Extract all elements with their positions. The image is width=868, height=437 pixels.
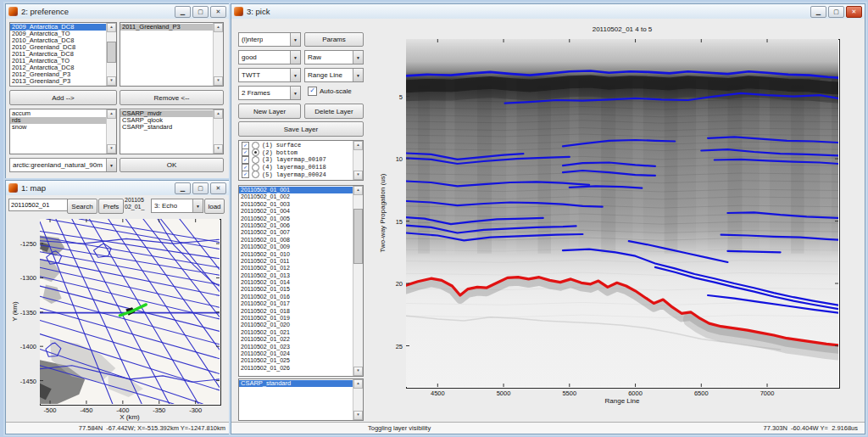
map-status-bar: 77.584N -67.442W; X=-515.392km Y=-1247.8… xyxy=(6,422,229,434)
map-window: 1: map ▁ ▢ ✕ Search Prefs 201105 02_01_ … xyxy=(5,180,230,434)
y-tick-label: 10 xyxy=(377,155,403,163)
list-item[interactable]: accum xyxy=(10,110,107,117)
pick-status-bar: Toggling layer visibility 77.303N -60.40… xyxy=(231,422,865,434)
y-tick-label: 20 xyxy=(377,280,403,288)
echogram-plot-area: 20110502_01 4 to 5 xyxy=(231,19,865,423)
scroll-up-icon[interactable]: ▲ xyxy=(214,109,223,119)
y-tick-label: 25 xyxy=(377,343,403,350)
scrollbar[interactable]: ▲▼ xyxy=(106,23,116,86)
scroll-down-icon[interactable]: ▼ xyxy=(214,144,223,154)
preference-window: 2: preference ▁ ▢ ✕ 2009_Antarctica_DC82… xyxy=(5,3,230,181)
x-tick-label: -450 xyxy=(74,406,99,414)
source-listbox[interactable]: accumrdssnow ▲▼ xyxy=(9,109,117,154)
close-button[interactable]: ✕ xyxy=(210,182,226,194)
pick-titlebar[interactable]: 3: pick ▁ ▢ ✕ xyxy=(231,4,865,20)
preference-window-title: 2: preference xyxy=(21,7,69,16)
echogram-ylabel: Two-way Propagation (us) xyxy=(379,174,387,253)
y-tick-label: 5 xyxy=(377,93,403,101)
list-item[interactable]: 2013_Greenland_P3 xyxy=(10,78,107,85)
remove-button[interactable]: Remove <-- xyxy=(120,90,224,105)
x-tick-label: -350 xyxy=(147,406,172,414)
list-item[interactable]: 2011_Greenland_P3 xyxy=(120,24,214,31)
maximize-button[interactable]: ▢ xyxy=(828,6,844,18)
list-item[interactable]: CSARP_standard xyxy=(120,124,214,131)
basemap-dropdown[interactable]: arctic:greenland_natural_90m ▼ xyxy=(9,158,117,172)
maximize-button[interactable]: ▢ xyxy=(192,182,209,194)
x-tick-label: 5500 xyxy=(557,389,582,397)
map-xlabel: X (km) xyxy=(40,413,220,421)
scroll-up-icon[interactable]: ▲ xyxy=(107,109,116,119)
y-tick-label: -1350 xyxy=(11,309,36,317)
ok-button[interactable]: OK xyxy=(120,158,224,172)
add-button[interactable]: Add --> xyxy=(9,90,117,105)
scroll-down-icon[interactable]: ▼ xyxy=(107,144,116,154)
scroll-down-icon[interactable]: ▼ xyxy=(107,76,116,86)
x-tick-label: 5000 xyxy=(491,389,516,397)
x-tick-label: -500 xyxy=(37,406,63,414)
maximize-button[interactable]: ▢ xyxy=(192,6,209,18)
dropdown-arrow-icon[interactable]: ▼ xyxy=(106,159,116,171)
echogram-image[interactable] xyxy=(406,39,838,387)
preference-titlebar[interactable]: 2: preference ▁ ▢ ✕ xyxy=(6,4,229,20)
selected-season-listbox[interactable]: 2011_Greenland_P3 ▲▼ xyxy=(120,22,224,87)
map-titlebar[interactable]: 1: map ▁ ▢ ✕ xyxy=(6,181,229,196)
csarp-listbox[interactable]: CSARP_mvdrCSARP_qlookCSARP_standard ▲▼ xyxy=(120,109,224,154)
scrollbar-thumb[interactable] xyxy=(107,42,116,62)
y-tick-label: -1450 xyxy=(11,378,36,385)
echogram-title: 20110502_01 4 to 5 xyxy=(406,25,838,33)
map-image[interactable] xyxy=(40,219,220,404)
y-tick-label: 15 xyxy=(377,218,403,226)
map-window-title: 1: map xyxy=(21,183,46,193)
x-tick-label: -400 xyxy=(110,406,136,414)
minimize-button[interactable]: ▁ xyxy=(175,182,191,194)
pick-status-message: Toggling layer visibility xyxy=(368,424,431,432)
scrollbar[interactable]: ▲▼ xyxy=(213,23,223,86)
map-plot-area: X (km) Y (km) -500-450-400-350-300-1250-… xyxy=(6,195,229,423)
matlab-icon xyxy=(234,7,243,16)
pick-cursor-status: 77.303N -60.404W Y= 2.9168us xyxy=(764,424,858,432)
close-button[interactable]: ✕ xyxy=(210,6,226,18)
basemap-dropdown-value: arctic:greenland_natural_90m xyxy=(10,161,103,169)
list-item[interactable]: snow xyxy=(10,124,107,131)
y-tick-label: -1300 xyxy=(11,274,36,282)
matlab-icon xyxy=(8,183,18,193)
scrollbar[interactable]: ▲▼ xyxy=(213,109,223,154)
x-tick-label: 6500 xyxy=(688,389,714,397)
x-tick-label: 7000 xyxy=(754,389,780,397)
map-cursor-status: 77.584N -67.442W; X=-515.392km Y=-1247.8… xyxy=(79,424,225,432)
scroll-up-icon[interactable]: ▲ xyxy=(214,23,223,32)
x-tick-label: 4500 xyxy=(425,389,450,397)
scrollbar[interactable]: ▲▼ xyxy=(106,109,116,154)
minimize-button[interactable]: ▁ xyxy=(810,6,826,18)
x-tick-label: 6000 xyxy=(623,389,648,397)
scroll-up-icon[interactable]: ▲ xyxy=(107,23,116,32)
echogram-xlabel: Range Line xyxy=(406,397,838,405)
pick-window-title: 3: pick xyxy=(247,7,270,16)
y-tick-label: -1400 xyxy=(11,343,36,350)
scroll-down-icon[interactable]: ▼ xyxy=(214,76,223,86)
y-tick-label: -1250 xyxy=(11,240,36,248)
pick-window: 3: pick ▁ ▢ ✕ (i)nterp ▼ Params good ▼ R… xyxy=(231,3,865,434)
close-button[interactable]: ✕ xyxy=(846,6,862,18)
minimize-button[interactable]: ▁ xyxy=(175,6,191,18)
matlab-icon xyxy=(8,7,18,16)
season-listbox[interactable]: 2009_Antarctica_DC82009_Antarctica_TO201… xyxy=(9,22,117,87)
x-tick-label: -300 xyxy=(183,406,209,414)
